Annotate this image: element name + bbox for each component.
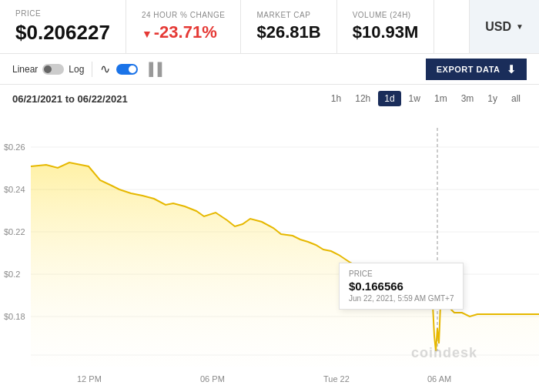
svg-text:12 PM: 12 PM — [77, 374, 102, 384]
chart-toggle[interactable] — [116, 64, 138, 75]
export-button[interactable]: EXPORT DATA ⬇ — [426, 59, 527, 80]
bar-chart-icon[interactable]: ▐▐ — [144, 62, 162, 76]
line-chart-icon[interactable]: ∿ — [100, 62, 110, 76]
divider — [92, 62, 92, 77]
currency-button[interactable]: USD ▼ — [469, 0, 539, 53]
price-label: PRICE — [15, 9, 110, 18]
change-value: ▼-23.71% — [142, 22, 226, 42]
time-button-1y[interactable]: 1y — [481, 91, 504, 106]
volume-label: VOLUME (24H) — [353, 11, 419, 19]
volume-value: $10.93M — [353, 22, 419, 42]
marketcap-label: MARKET CAP — [256, 11, 320, 19]
time-button-3m[interactable]: 3m — [455, 91, 480, 106]
chart-controls: Linear Log ∿ ▐▐ EXPORT DATA ⬇ — [0, 54, 539, 85]
time-button-1h[interactable]: 1h — [325, 91, 347, 106]
marketcap-section: MARKET CAP $26.81B — [241, 0, 336, 53]
scale-controls: Linear Log — [12, 64, 84, 75]
svg-text:06 PM: 06 PM — [200, 374, 225, 384]
header: PRICE $0.206227 24 HOUR % CHANGE ▼-23.71… — [0, 0, 539, 54]
chevron-down-icon: ▼ — [516, 22, 524, 31]
svg-text:$0.24: $0.24 — [4, 185, 25, 194]
change-section: 24 HOUR % CHANGE ▼-23.71% — [126, 0, 242, 53]
svg-text:06 AM: 06 AM — [427, 374, 451, 384]
chart-type-icons: ∿ ▐▐ — [100, 62, 162, 76]
watermark: coindesk — [411, 345, 477, 361]
price-value: $0.206227 — [15, 21, 110, 45]
download-icon: ⬇ — [507, 63, 517, 75]
svg-text:$0.22: $0.22 — [4, 227, 25, 236]
svg-text:$0.2: $0.2 — [4, 270, 20, 279]
marketcap-value: $26.81B — [256, 22, 320, 42]
volume-section: VOLUME (24H) $10.93M — [337, 0, 435, 53]
price-section: PRICE $0.206227 — [0, 0, 126, 53]
svg-text:Tue 22: Tue 22 — [323, 374, 350, 384]
linear-label[interactable]: Linear — [12, 64, 38, 75]
time-button-1d[interactable]: 1d — [378, 91, 400, 106]
down-arrow-icon: ▼ — [142, 28, 152, 40]
date-range: 06/21/2021 to 06/22/2021 — [12, 93, 128, 105]
scale-toggle[interactable] — [42, 64, 64, 75]
svg-text:$0.26: $0.26 — [4, 142, 25, 152]
time-button-12h[interactable]: 12h — [349, 91, 377, 106]
log-label[interactable]: Log — [69, 64, 84, 75]
time-buttons: 1h12h1d1w1m3m1yall — [325, 91, 527, 106]
chart-area: $0.26 $0.24 $0.22 $0.2 $0.18 12 PM 06 PM… — [0, 112, 539, 392]
date-range-bar: 06/21/2021 to 06/22/2021 1h12h1d1w1m3m1y… — [0, 85, 539, 112]
time-button-1w[interactable]: 1w — [403, 91, 427, 106]
time-button-all[interactable]: all — [505, 91, 527, 106]
svg-text:$0.18: $0.18 — [4, 312, 25, 321]
time-button-1m[interactable]: 1m — [428, 91, 454, 106]
change-label: 24 HOUR % CHANGE — [142, 11, 226, 19]
